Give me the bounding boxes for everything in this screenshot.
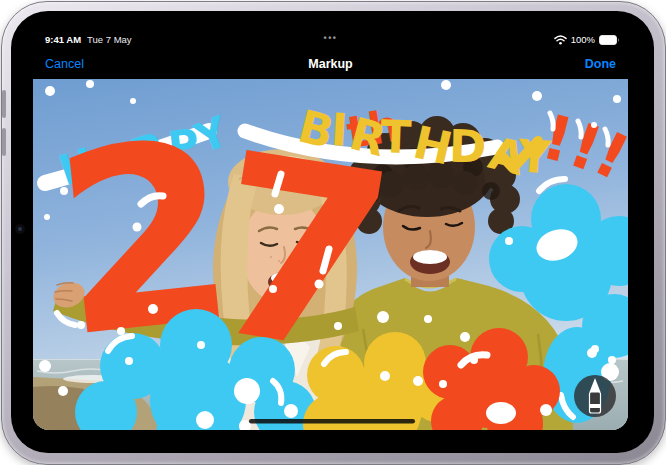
battery-percent: 100% [571,34,595,45]
done-button[interactable]: Done [585,57,616,71]
status-bar: 9:41 AM Tue 7 May ••• 100% [33,28,628,48]
battery-full-icon [599,35,620,45]
camera-lens-icon [18,227,22,231]
status-time: 9:41 AM [45,34,81,45]
volume-button-up [2,90,6,118]
ipad-screen: 9:41 AM Tue 7 May ••• 100% Cancel Mark [33,28,628,430]
status-date: Tue 7 May [87,34,132,45]
status-right: 100% [554,34,620,45]
multitask-menu-button[interactable]: ••• [324,33,338,43]
pencil-tool-button[interactable] [574,375,616,417]
screenshot: 9:41 AM Tue 7 May ••• 100% Cancel Mark [0,0,666,465]
page-title: Markup [308,57,352,71]
volume-button-down [2,128,6,156]
cancel-button[interactable]: Cancel [45,57,84,71]
status-left: 9:41 AM Tue 7 May [45,34,132,45]
home-indicator[interactable] [249,419,415,424]
markup-nav-bar: Cancel Markup Done [33,48,628,79]
wifi-icon [554,35,567,45]
photo-canvas[interactable]: HAPPY 27 th BIRTHDAY ! ! ! [33,79,628,430]
front-camera [15,224,25,234]
